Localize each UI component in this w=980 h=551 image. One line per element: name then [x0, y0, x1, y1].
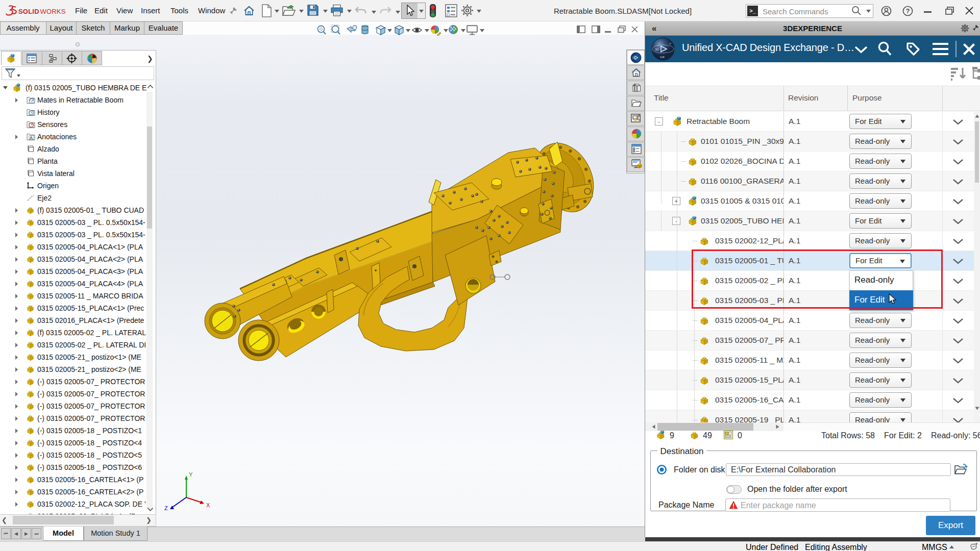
svg-text:?: ? — [906, 7, 910, 15]
svg-text:V.R: V.R — [660, 56, 665, 59]
svg-text:A: A — [30, 135, 33, 140]
svg-text:WORKS: WORKS — [40, 8, 66, 15]
svg-text:Y: Y — [189, 471, 193, 478]
svg-text:3D: 3D — [655, 48, 659, 51]
svg-text:X: X — [206, 502, 210, 508]
svg-text:SOLID: SOLID — [18, 8, 39, 15]
